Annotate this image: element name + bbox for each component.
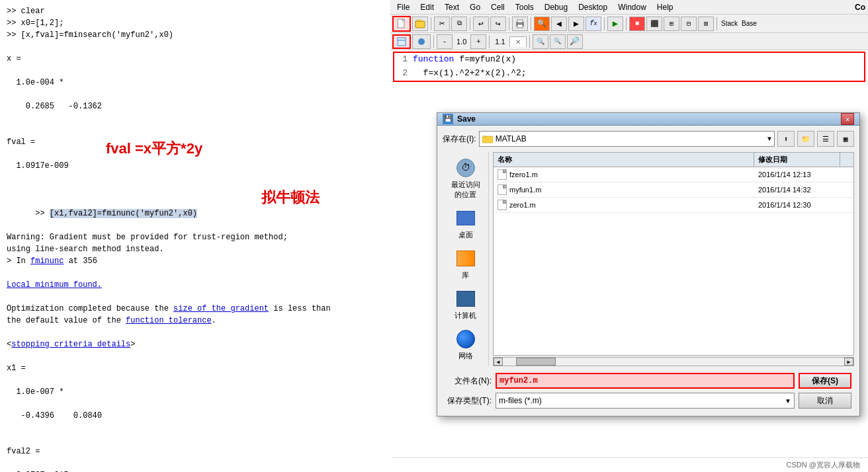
debug-btn2[interactable]: ⬛	[646, 17, 662, 31]
search-button[interactable]: 🔍	[534, 17, 550, 31]
scroll-left-arrow[interactable]: ◀	[494, 358, 503, 366]
debug-btn4[interactable]: ⊟	[681, 17, 697, 31]
file-icon	[498, 169, 507, 180]
cut-button[interactable]: ✂	[434, 17, 450, 31]
nav-new-folder-button[interactable]: 📁	[797, 131, 814, 147]
file-cell-extra	[840, 203, 853, 207]
menu-text[interactable]: Text	[441, 1, 463, 13]
console-line	[7, 124, 384, 136]
filename-input[interactable]: myfun2.m	[496, 373, 795, 389]
base-label: Base	[740, 20, 758, 27]
cancel-button[interactable]: 取消	[799, 393, 851, 409]
nav-up-button[interactable]: ⬆	[777, 131, 795, 147]
back-button[interactable]: ◀	[551, 17, 567, 31]
toolbar2-btn2[interactable]	[412, 34, 431, 49]
console-line	[7, 327, 384, 338]
console-line	[7, 422, 384, 434]
file-row-myfun1[interactable]: myfun1.m 2016/1/14 14:32	[494, 182, 853, 198]
editor-tab[interactable]: ✕	[509, 36, 527, 47]
line-number: 2	[397, 67, 413, 81]
console-line: >> [x,fval]=fminsearch('myfun2',x0)	[7, 29, 384, 41]
sidebar-network[interactable]: 网络	[445, 326, 486, 364]
svg-rect-2	[415, 21, 425, 28]
console-line	[7, 41, 384, 53]
fx-button[interactable]: fx	[586, 17, 601, 31]
console-line: 0.2685 -0.1362	[7, 100, 384, 112]
scrollbar-thumb[interactable]	[516, 358, 556, 366]
save-button[interactable]: 保存(S)	[799, 373, 851, 389]
dialog-content: ⏱ 最近访问的位置 桌面	[443, 152, 854, 366]
toolbar1: ✂ ⧉ ↩ ↪ 🔍 ◀ ▶ fx ▶ ■ ⬛ ⊞ ⊟ ⊠	[390, 15, 868, 33]
console-link[interactable]: fminunc	[30, 256, 64, 266]
dialog-nav-label: 保存在(I):	[443, 134, 476, 145]
toolbar-separator	[509, 17, 509, 30]
menu-file[interactable]: File	[393, 1, 413, 13]
combo-arrow-icon: ▼	[767, 136, 771, 143]
console-line: >> clear	[7, 5, 384, 17]
debug-btn3[interactable]: ⊞	[664, 17, 679, 31]
tab-close-btn[interactable]: ✕	[515, 38, 521, 46]
filename-row: 文件名(N): myfun2.m 保存(S)	[445, 373, 851, 389]
sidebar-library[interactable]: 库	[445, 245, 486, 283]
redo-button[interactable]: ↪	[490, 17, 506, 31]
svg-rect-7	[398, 38, 406, 46]
menu-help[interactable]: Help	[653, 1, 677, 13]
filetype-combo[interactable]: m-files (*.m) ▼	[496, 393, 795, 409]
menu-debug[interactable]: Debug	[541, 1, 572, 13]
file-icon	[498, 184, 507, 195]
zoom-plus-button[interactable]: +	[470, 34, 486, 49]
debug-btn1[interactable]: ■	[629, 17, 645, 31]
menu-go[interactable]: Go	[466, 1, 484, 13]
stack-label: Stack	[720, 20, 739, 27]
run-button[interactable]: ▶	[607, 17, 623, 31]
open-file-button[interactable]	[412, 17, 428, 31]
zoom-value: 1.0	[454, 38, 469, 46]
nav-menu-button[interactable]: ☰	[817, 131, 834, 147]
forward-button[interactable]: ▶	[568, 17, 584, 31]
horizontal-scrollbar[interactable]: ◀ ▶	[493, 357, 854, 366]
menu-window[interactable]: Window	[614, 1, 650, 13]
print-button[interactable]	[512, 17, 528, 31]
magnify-btn[interactable]: 🔎	[567, 34, 583, 49]
toolbar-separator	[489, 35, 490, 48]
filelist-header: 名称 修改日期	[494, 153, 853, 167]
file-row-zero1[interactable]: zero1.m 2016/1/14 12:30	[494, 198, 853, 213]
new-file-button[interactable]	[392, 16, 411, 32]
dialog-body: 保存在(I): MATLAB ▼ ⬆ 📁 ☰ ▦	[437, 126, 859, 418]
nav-view-button[interactable]: ▦	[837, 131, 854, 147]
top-right-label: Co	[855, 3, 865, 12]
zoom-minus-button[interactable]: -	[437, 34, 453, 49]
file-row-fzero1[interactable]: fzero1.m 2016/1/14 12:13	[494, 167, 853, 182]
console-line	[7, 89, 384, 100]
console-line: 1.0917e-009	[7, 160, 384, 172]
desktop-folder-icon	[456, 211, 475, 225]
console-link[interactable]: stopping criteria details	[11, 340, 130, 349]
find-prev-btn[interactable]: 🔍	[550, 34, 566, 49]
console-link[interactable]: size of the gradient	[173, 304, 269, 313]
sidebar-desktop[interactable]: 桌面	[445, 205, 486, 243]
console-line	[7, 267, 384, 279]
undo-button[interactable]: ↩	[473, 17, 489, 31]
file-list: 名称 修改日期 fzero1.m 2016/1/14 12:13	[493, 152, 854, 356]
find-btn[interactable]: 🔍	[533, 34, 548, 49]
dialog-location-combo[interactable]: MATLAB ▼	[479, 131, 775, 147]
toolbar2-btn1[interactable]	[392, 34, 411, 49]
sidebar-computer[interactable]: 计算机	[445, 286, 486, 323]
scroll-right-arrow[interactable]: ▶	[844, 358, 853, 366]
code-box: 1 function f=myfun2(x) 2 f=x(1).^2+2*x(2…	[393, 52, 865, 82]
console-link[interactable]: function tolerance	[126, 316, 212, 325]
dialog-title-text: Save	[457, 114, 841, 124]
console-line	[7, 172, 384, 184]
menu-tools[interactable]: Tools	[511, 1, 538, 13]
copy-button[interactable]: ⧉	[451, 17, 467, 31]
sidebar-recent[interactable]: ⏱ 最近访问的位置	[445, 155, 486, 202]
console-link[interactable]: Local minimum found.	[7, 280, 102, 290]
debug-btn5[interactable]: ⊠	[698, 17, 714, 31]
file-cell-date: 2016/1/14 14:32	[754, 184, 840, 196]
toolbar-separator	[716, 17, 717, 30]
menu-desktop[interactable]: Desktop	[574, 1, 611, 13]
dialog-close-button[interactable]: ✕	[841, 113, 854, 125]
menu-cell[interactable]: Cell	[487, 1, 509, 13]
menu-edit[interactable]: Edit	[416, 1, 438, 13]
console-line: > In fminunc at 356	[7, 255, 384, 267]
